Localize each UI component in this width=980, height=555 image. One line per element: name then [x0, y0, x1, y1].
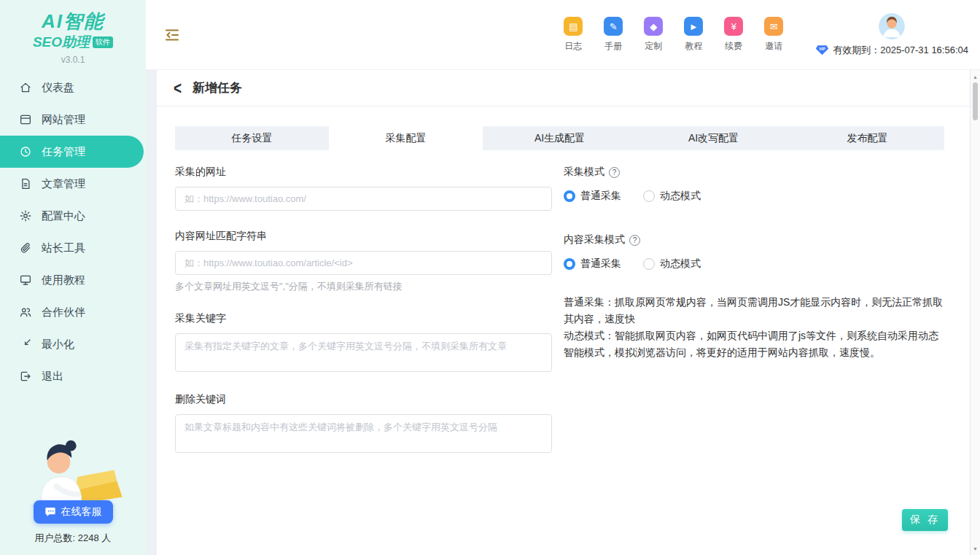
content-mode-normal-radio[interactable]: 普通采集: [564, 257, 621, 271]
header-actions: ▤ 日志 ✎ 手册 ◆ 定制 ▶ 教程 ¥ 续费: [562, 17, 785, 53]
webmaster-tools-icon: [19, 241, 32, 255]
sidebar-item-articles[interactable]: 文章管理: [0, 168, 146, 200]
page-title: 新增任务: [192, 79, 242, 96]
form-right-column: 采集模式 ? 普通采集 动态模式: [564, 166, 944, 474]
header-action-label: 定制: [645, 40, 662, 53]
sidebar-item-logout[interactable]: 退出: [0, 360, 146, 392]
app-window: AI智能 SEO助理 软件 v3.0.1 仪表盘 网站管理 任务管理 文: [0, 0, 980, 555]
sidebar-item-websites[interactable]: 网站管理: [0, 104, 146, 136]
validity-text: 有效期到：2025-07-31 16:56:04: [833, 44, 968, 57]
brand-badge: 软件: [93, 36, 113, 48]
dashboard-icon: [19, 81, 32, 94]
brand-logo: AI智能 SEO助理 软件 v3.0.1: [0, 0, 146, 67]
content-url-match-hint: 多个文章网址用英文逗号","分隔，不填则采集所有链接: [175, 280, 552, 293]
logs-icon: ▤: [564, 17, 583, 36]
content-mode-dynamic-radio[interactable]: 动态模式: [643, 257, 701, 271]
collect-mode-dynamic-radio[interactable]: 动态模式: [643, 190, 701, 203]
partners-icon: [19, 306, 32, 319]
sidebar-item-tutorial[interactable]: 使用教程: [0, 264, 146, 296]
sidebar-item-label: 文章管理: [42, 177, 85, 191]
customize-glyph: ◆: [650, 21, 657, 32]
brand-line2-text: SEO助理: [33, 33, 90, 52]
sidebar-item-minimize[interactable]: 最小化: [0, 328, 146, 360]
sidebar-item-tasks[interactable]: 任务管理: [0, 136, 144, 168]
scroll-down-arrow[interactable]: ▼: [971, 543, 980, 554]
header-action-logs[interactable]: ▤ 日志: [562, 17, 584, 53]
user-avatar[interactable]: [879, 13, 905, 39]
header-action-renew[interactable]: ¥ 续费: [723, 17, 744, 53]
sidebar-item-label: 使用教程: [42, 273, 85, 287]
sidebar-item-label: 网站管理: [42, 113, 85, 127]
sidebar-item-label: 仪表盘: [42, 81, 74, 95]
content-collect-mode-label-row: 内容采集模式 ?: [564, 233, 944, 247]
sidebar-item-partners[interactable]: 合作伙伴: [0, 296, 146, 328]
header-action-label: 邀请: [765, 40, 782, 53]
collect-mode-help-icon[interactable]: ?: [609, 167, 620, 178]
radio-dot: [643, 258, 655, 270]
tutorial-glyph: ▶: [691, 23, 696, 31]
header-action-customize[interactable]: ◆ 定制: [642, 17, 664, 53]
online-support-label: 在线客服: [61, 505, 102, 519]
tab-publish-config[interactable]: 发布配置: [790, 126, 944, 150]
collapse-sidebar-icon[interactable]: [163, 26, 181, 44]
sidebar-item-dashboard[interactable]: 仪表盘: [0, 71, 146, 104]
collect-url-label: 采集的网址: [175, 166, 552, 179]
tab-bar: 任务设置 采集配置 AI生成配置 AI改写配置 发布配置: [175, 126, 944, 150]
header-action-invite[interactable]: ✉ 邀请: [763, 17, 785, 53]
tutorial-action-icon: ▶: [684, 17, 703, 36]
customize-icon: ◆: [644, 17, 663, 36]
radio-label: 普通采集: [580, 257, 621, 271]
scrollbar-thumb[interactable]: [973, 82, 978, 120]
tab-collect-config[interactable]: 采集配置: [329, 126, 483, 150]
mode-description: 普通采集：抓取原网页常规内容，当网页需调用JS才能显示内容时，则无法正常抓取其内…: [564, 294, 944, 361]
collect-keywords-label: 采集关键字: [175, 312, 552, 325]
collect-mode-label-row: 采集模式 ?: [564, 166, 944, 179]
scrollbar[interactable]: ▲ ▼: [970, 70, 980, 555]
tab-ai-rewrite-config[interactable]: AI改写配置: [637, 126, 790, 150]
form-left-column: 采集的网址 内容网址匹配字符串 多个文章网址用英文逗号","分隔，不填则采集所有…: [175, 166, 552, 474]
radio-label: 动态模式: [660, 257, 701, 271]
radio-label: 动态模式: [660, 190, 701, 203]
task-management-icon: [19, 145, 32, 158]
renew-glyph: ¥: [731, 21, 736, 32]
online-support-button[interactable]: 在线客服: [34, 500, 113, 524]
scroll-up-arrow[interactable]: ▲: [971, 71, 980, 82]
header-action-manual[interactable]: ✎ 手册: [602, 17, 624, 53]
config-center-icon: [19, 209, 32, 222]
header-action-label: 手册: [604, 40, 622, 53]
radio-dot: [643, 190, 655, 202]
content-collect-mode-group: 内容采集模式 ? 普通采集 动态模式: [564, 233, 944, 271]
collect-mode-label: 采集模式: [564, 166, 604, 179]
brand-line2: SEO助理 软件: [0, 33, 146, 52]
tab-ai-generate-config[interactable]: AI生成配置: [483, 126, 637, 150]
header-action-tutorial[interactable]: ▶ 教程: [682, 17, 704, 53]
invite-glyph: ✉: [770, 21, 778, 32]
radio-dot-checked: [564, 258, 575, 270]
account-area: VIP 有效期到：2025-07-31 16:56:04: [815, 13, 968, 57]
license-validity: VIP 有效期到：2025-07-31 16:56:04: [815, 44, 968, 57]
back-button[interactable]: <: [174, 79, 182, 97]
sidebar-item-label: 任务管理: [42, 145, 85, 159]
sidebar-item-label: 合作伙伴: [42, 306, 85, 319]
sidebar-item-webmaster-tools[interactable]: 站长工具: [0, 232, 146, 264]
logs-glyph: ▤: [569, 21, 578, 32]
collect-config-form: 采集的网址 内容网址匹配字符串 多个文章网址用英文逗号","分隔，不填则采集所有…: [175, 166, 944, 474]
tutorial-icon: [19, 273, 32, 287]
sidebar-item-config-center[interactable]: 配置中心: [0, 200, 146, 232]
svg-text:VIP: VIP: [820, 47, 826, 51]
renew-icon: ¥: [724, 17, 743, 36]
collect-mode-normal-radio[interactable]: 普通采集: [564, 190, 621, 203]
user-total-count: 用户总数: 2248 人: [35, 532, 112, 545]
invite-icon: ✉: [764, 17, 783, 36]
collect-url-input[interactable]: [175, 187, 552, 211]
collect-keywords-textarea[interactable]: [175, 333, 552, 372]
article-management-icon: [19, 177, 32, 190]
remove-keywords-textarea[interactable]: [175, 414, 552, 453]
tab-task-settings[interactable]: 任务设置: [175, 126, 329, 150]
logout-icon: [19, 370, 32, 383]
manual-glyph: ✎: [610, 21, 618, 32]
content-url-match-input[interactable]: [175, 251, 552, 275]
content-collect-mode-help-icon[interactable]: ?: [629, 235, 640, 246]
mode-description-dynamic: 动态模式：智能抓取网页内容，如网页代码中调用了js等文件，则系统自动采用动态智能…: [564, 327, 944, 361]
save-button[interactable]: 保 存: [902, 509, 948, 531]
